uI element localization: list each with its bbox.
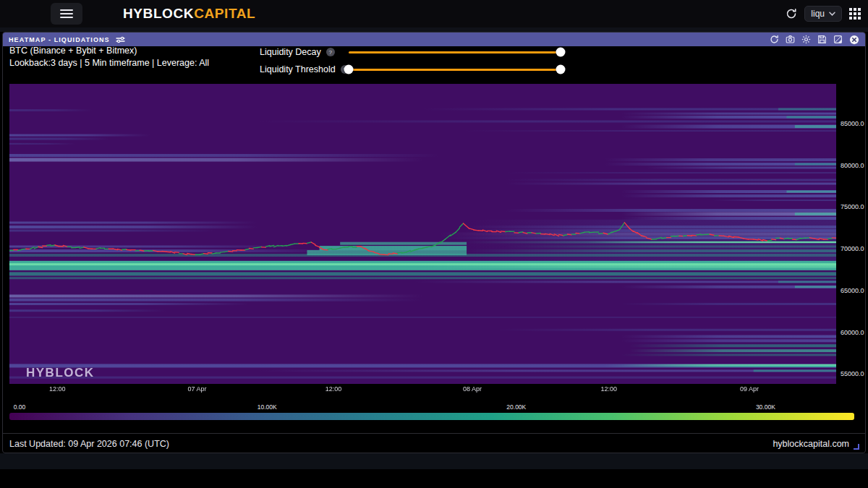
refresh-button[interactable] [786, 8, 797, 20]
liquidity-threshold-row: Liquidity Threshold ? [260, 64, 355, 75]
slider-thumb-high[interactable] [556, 65, 566, 74]
apps-grid-icon [849, 8, 861, 20]
heatmap-widget-panel: HEATMAP - LIQUIDATIONS [2, 32, 866, 453]
symbol-search-dropdown[interactable]: liqu [804, 6, 842, 22]
x-axis-label: 12:00 [49, 385, 66, 393]
colorbar-label: 20.00K [506, 403, 526, 411]
widget-title: HEATMAP - LIQUIDATIONS [9, 36, 110, 43]
brand-logo: HYBLOCKCAPITAL [123, 0, 255, 27]
refresh-icon [786, 8, 797, 20]
colorbar-gradient [9, 413, 854, 420]
x-axis-label: 12:00 [600, 385, 617, 393]
y-axis-label: 80000.0 [841, 162, 864, 169]
y-axis-label: 70000.0 [841, 245, 864, 252]
close-icon[interactable] [849, 35, 859, 45]
x-axis-label: 12:00 [326, 385, 342, 393]
colorbar-label: 0.00 [14, 403, 26, 411]
settings-info: Lookback:3 days | 5 Min timeframe | Leve… [9, 58, 209, 68]
price-axis: 85000.080000.075000.070000.065000.060000… [838, 84, 867, 384]
brand-secondary: CAPITAL [194, 6, 255, 22]
x-axis-label: 07 Apr [187, 385, 206, 393]
apps-grid-button[interactable] [849, 8, 861, 20]
slider-thumb[interactable] [556, 48, 566, 57]
x-axis-label: 09 Apr [740, 385, 759, 393]
page-background-strip-bottom [0, 453, 868, 469]
app-window: HYBLOCKCAPITAL liqu [0, 0, 868, 488]
site-link: hyblockcapital.com [773, 439, 849, 449]
screenshot-icon[interactable] [833, 35, 843, 44]
slider-thumb-low[interactable] [344, 65, 354, 74]
colorbar-label: 30.00K [756, 403, 775, 411]
y-axis-label: 65000.0 [841, 287, 864, 294]
heatmap-canvas[interactable] [9, 84, 836, 384]
colorbar-label: 10.00K [258, 403, 277, 411]
colorbar-labels: 0.0010.00K20.00K30.00K [9, 403, 854, 411]
heatmap-chart[interactable]: HYBLOCK [9, 84, 836, 384]
time-axis: 12:0007 Apr12:0008 Apr12:0009 Apr [9, 385, 836, 395]
tune-icon[interactable] [116, 36, 125, 43]
chevron-down-icon [829, 12, 835, 16]
menu-icon [60, 9, 73, 19]
widget-footer: Last Updated: 09 Apr 2026 07:46 (UTC) hy… [3, 433, 865, 453]
brand-primary: HYBLOCK [123, 6, 194, 22]
topbar-actions: liqu [786, 0, 861, 27]
liquidity-decay-slider[interactable] [349, 51, 561, 53]
top-navigation-bar: HYBLOCKCAPITAL liqu [0, 0, 868, 27]
widget-header-actions [770, 35, 859, 45]
liquidity-decay-label: Liquidity Decay [260, 47, 321, 57]
camera-icon[interactable] [786, 35, 795, 44]
liquidity-threshold-slider[interactable] [349, 69, 561, 71]
last-updated-text: Last Updated: 09 Apr 2026 07:46 (UTC) [9, 439, 169, 449]
y-axis-label: 55000.0 [841, 370, 864, 377]
y-axis-label: 60000.0 [841, 329, 864, 336]
liquidity-decay-row: Liquidity Decay ? [260, 46, 341, 58]
resize-grip-icon[interactable] [854, 444, 859, 450]
x-axis-label: 08 Apr [463, 385, 482, 393]
hamburger-menu-button[interactable] [51, 3, 82, 25]
chart-info: BTC (Binance + Bybit + Bitmex) Lookback:… [9, 46, 209, 68]
liquidity-threshold-label: Liquidity Threshold [260, 64, 336, 74]
dropdown-value: liqu [811, 9, 825, 19]
help-icon[interactable]: ? [326, 48, 335, 56]
y-axis-label: 85000.0 [841, 120, 864, 127]
widget-header: HEATMAP - LIQUIDATIONS [3, 33, 865, 46]
symbol-info: BTC (Binance + Bybit + Bitmex) [9, 46, 209, 56]
chart-watermark: HYBLOCK [26, 366, 95, 380]
refresh-icon[interactable] [770, 35, 779, 44]
save-icon[interactable] [817, 35, 827, 44]
gear-icon[interactable] [801, 35, 811, 44]
y-axis-label: 75000.0 [841, 203, 864, 210]
